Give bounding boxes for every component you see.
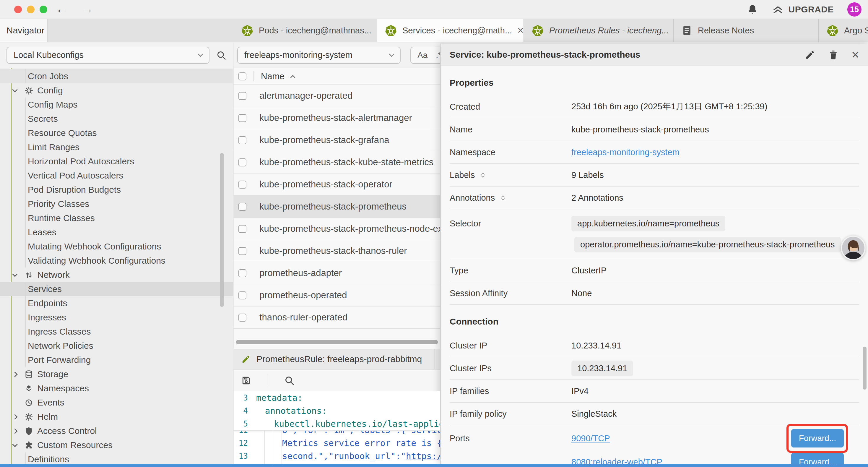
table-row[interactable]: kube-prometheus-stack-grafana (234, 129, 440, 151)
save-icon[interactable] (241, 375, 252, 386)
row-checkbox[interactable] (239, 247, 246, 255)
sidebar-tree-item[interactable]: Priority Classes (0, 197, 233, 211)
port-link[interactable]: 8080:reloader-web/TCP (571, 457, 662, 464)
port-link[interactable]: 9090/TCP (571, 434, 610, 443)
table-row[interactable]: kube-prometheus-stack-alertmanager (234, 107, 440, 129)
zoom-window-button[interactable] (39, 6, 47, 13)
row-checkbox[interactable] (239, 203, 246, 211)
sort-ascending-icon[interactable] (290, 75, 296, 80)
sidebar-tree-item[interactable]: Helm (0, 410, 233, 424)
sidebar-tree-item[interactable]: Pod Disruption Budgets (0, 183, 233, 197)
kubernetes-icon (531, 24, 544, 37)
sidebar-tree-item[interactable]: Horizontal Pod Autoscalers (0, 154, 233, 169)
table-row[interactable]: alertmanager-operated (234, 85, 440, 107)
sidebar-tree-item[interactable]: Runtime Classes (0, 211, 233, 225)
row-checkbox[interactable] (239, 158, 246, 167)
tab[interactable]: Pods - icecheng@mathmas... (234, 19, 377, 42)
close-window-button[interactable] (14, 6, 22, 13)
row-checkbox[interactable] (239, 136, 246, 144)
expand-collapse-icon[interactable] (499, 194, 507, 202)
close-drawer-icon[interactable] (851, 48, 859, 61)
namespace-link[interactable]: freeleaps-monitoring-system (571, 147, 680, 157)
drawer-scrollbar[interactable] (863, 347, 867, 389)
table-row[interactable]: kube-prometheus-stack-operator (234, 174, 440, 196)
table-row[interactable]: kube-prometheus-stack-prometheus-node-ex… (234, 218, 440, 240)
forward-port-button[interactable]: Forward... (791, 453, 844, 464)
tab[interactable]: Prometheus Rules - icecheng... (524, 19, 674, 42)
match-case-toggle[interactable]: Aa (417, 51, 428, 60)
sidebar-tree-item[interactable]: Network (0, 268, 233, 282)
sidebar-tree-item[interactable]: Limit Ranges (0, 140, 233, 154)
table-row[interactable]: thanos-ruler-operated (234, 307, 440, 329)
sidebar-tree-item[interactable]: Ingress Classes (0, 324, 233, 339)
delete-trash-icon[interactable] (828, 50, 838, 60)
row-checkbox[interactable] (239, 291, 246, 299)
sidebar-tree-item[interactable]: Config Maps (0, 97, 233, 112)
tab[interactable]: Argo Se (819, 19, 868, 42)
editor-search-icon[interactable] (284, 375, 295, 386)
navigator-panel-tab[interactable]: Navigator (0, 19, 48, 42)
sidebar-tree-item[interactable]: Port Forwarding (0, 353, 233, 367)
close-tab-icon[interactable] (517, 25, 524, 36)
forward-port-button[interactable]: Forward... (791, 429, 844, 447)
select-all-checkbox[interactable] (239, 72, 246, 80)
sidebar-tree-item[interactable]: Config (0, 83, 233, 97)
row-checkbox[interactable] (239, 181, 246, 188)
row-checkbox[interactable] (239, 92, 246, 100)
sidebar-tree-item[interactable]: Access Control (0, 424, 233, 438)
yaml-editor[interactable]: 3metadata: 4annotations: 5kubectl.kubern… (234, 391, 440, 464)
kubeconfig-selector[interactable]: Local Kubeconfigs (6, 47, 210, 64)
row-checkbox[interactable] (239, 225, 246, 233)
code-link[interactable]: https://net (406, 451, 440, 461)
sidebar-tree-item[interactable]: Ingresses (0, 310, 233, 324)
edit-pencil-icon[interactable] (805, 50, 815, 60)
sidebar-tree-item[interactable]: Vertical Pod Autoscalers (0, 169, 233, 183)
tab[interactable]: Services - icecheng@math... (377, 19, 524, 42)
row-checkbox[interactable] (239, 269, 246, 277)
table-search-input[interactable]: Aa .* prome (410, 47, 440, 64)
sidebar-tree-item[interactable]: Storage (0, 367, 233, 381)
sidebar-tree-item[interactable]: Secrets (0, 112, 233, 126)
sidebar-tree-item[interactable]: Resource Quotas (0, 126, 233, 140)
name-column-header[interactable]: Name (261, 71, 284, 81)
chevron-right-icon[interactable] (12, 414, 18, 419)
sidebar-tree-item[interactable]: Mutating Webhook Configurations (0, 239, 233, 254)
table-row[interactable]: kube-prometheus-stack-thanos-ruler (234, 240, 440, 262)
chevron-down-icon[interactable] (12, 271, 18, 276)
notifications-bell-icon[interactable] (747, 4, 758, 15)
editor-tab[interactable]: PrometheusRule: freeleaps-prod-rabbitmq (234, 349, 435, 369)
sidebar-tree-item[interactable]: Events (0, 396, 233, 410)
minimize-window-button[interactable] (27, 6, 35, 13)
namespace-filter-select[interactable]: freeleaps-monitoring-system (237, 47, 401, 64)
sidebar-tree-item[interactable]: Namespaces (0, 381, 233, 396)
table-row[interactable]: kube-prometheus-stack-kube-state-metrics (234, 151, 440, 174)
sidebar-tree-item[interactable]: Network Policies (0, 339, 233, 353)
table-row[interactable]: kube-prometheus-stack-prometheus (234, 196, 440, 218)
sidebar-tree-item[interactable]: Custom Resources (0, 438, 233, 452)
sidebar-search-icon[interactable] (216, 50, 226, 61)
chevron-right-icon[interactable] (12, 372, 18, 377)
sidebar-tree-item[interactable]: Validating Webhook Configurations (0, 254, 233, 268)
sidebar-tree-item[interactable]: Leases (0, 225, 233, 239)
sidebar-scrollbar[interactable] (220, 153, 224, 307)
notification-badge[interactable]: 15 (847, 2, 862, 17)
table-row[interactable]: prometheus-adapter (234, 262, 440, 284)
editor-tab-partial[interactable] (435, 349, 440, 369)
avatar[interactable] (841, 236, 866, 260)
row-checkbox[interactable] (239, 314, 246, 322)
tab[interactable]: Release Notes (674, 19, 819, 42)
row-checkbox[interactable] (239, 114, 246, 122)
regex-toggle[interactable]: .* (436, 51, 440, 60)
sidebar-tree-item[interactable]: Cron Jobs (0, 69, 233, 83)
horizontal-scrollbar[interactable] (236, 340, 438, 344)
chevron-down-icon[interactable] (12, 87, 18, 92)
chevron-right-icon[interactable] (12, 428, 18, 434)
sidebar-tree-item[interactable]: Endpoints (0, 296, 233, 310)
sidebar-tree-item[interactable]: Services (0, 282, 233, 296)
sidebar-tree-item[interactable]: Definitions (0, 452, 233, 464)
upgrade-button[interactable]: UPGRADE (772, 3, 834, 16)
back-button[interactable] (56, 2, 68, 16)
table-row[interactable]: prometheus-operated (234, 284, 440, 307)
chevron-down-icon[interactable] (12, 442, 18, 447)
expand-collapse-icon[interactable] (479, 171, 487, 179)
